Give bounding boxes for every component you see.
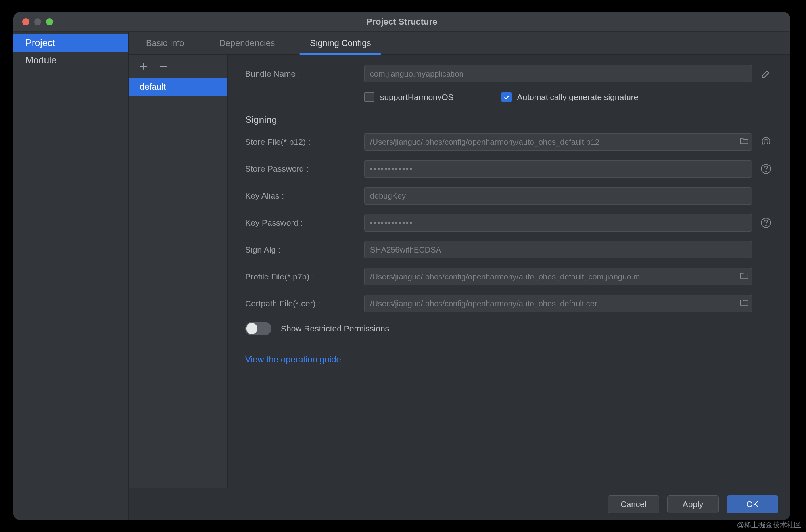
certpath-file-input[interactable]: /Users/jianguo/.ohos/config/openharmony/… bbox=[364, 295, 752, 312]
left-sidebar: Project Module bbox=[13, 32, 129, 520]
watermark: @稀土掘金技术社区 bbox=[737, 520, 801, 530]
content-row: default Bundle Name : com.jianguo.myappl… bbox=[129, 55, 790, 488]
main-panel: Basic Info Dependencies Signing Configs … bbox=[129, 32, 790, 520]
titlebar: Project Structure bbox=[13, 12, 790, 32]
sign-alg-input[interactable]: SHA256withECDSA bbox=[364, 241, 752, 258]
store-password-label: Store Password : bbox=[245, 164, 364, 174]
window-title: Project Structure bbox=[13, 17, 790, 27]
ok-button[interactable]: OK bbox=[727, 495, 778, 513]
remove-config-button[interactable] bbox=[157, 60, 170, 73]
config-list-panel: default bbox=[129, 55, 228, 488]
signing-section-title: Signing bbox=[245, 114, 773, 125]
sidebar-item-project[interactable]: Project bbox=[13, 34, 128, 52]
svg-point-3 bbox=[766, 225, 766, 226]
project-structure-window: Project Structure Project Module Basic I… bbox=[13, 12, 790, 520]
key-password-label: Key Password : bbox=[245, 218, 364, 228]
tab-signing-configs[interactable]: Signing Configs bbox=[292, 32, 388, 54]
svg-point-1 bbox=[766, 171, 766, 172]
config-list-tools bbox=[129, 55, 227, 78]
show-restricted-permissions-label: Show Restricted Permissions bbox=[281, 324, 389, 333]
tabs: Basic Info Dependencies Signing Configs bbox=[129, 32, 790, 55]
support-harmonyos-label: supportHarmonyOS bbox=[380, 92, 454, 102]
folder-icon[interactable] bbox=[739, 298, 749, 310]
window-controls bbox=[13, 18, 53, 25]
folder-icon[interactable] bbox=[739, 271, 749, 283]
bundle-name-label: Bundle Name : bbox=[245, 69, 364, 78]
auto-generate-signature-label: Automatically generate signature bbox=[517, 92, 639, 102]
apply-button[interactable]: Apply bbox=[667, 495, 719, 513]
profile-file-input[interactable]: /Users/jianguo/.ohos/config/openharmony/… bbox=[364, 268, 752, 285]
store-file-input[interactable]: /Users/jianguo/.ohos/config/openharmony/… bbox=[364, 133, 752, 151]
store-file-label: Store File(*.p12) : bbox=[245, 137, 364, 147]
key-alias-input[interactable]: debugKey bbox=[364, 187, 752, 205]
config-item-default[interactable]: default bbox=[129, 78, 227, 96]
bundle-name-input[interactable]: com.jianguo.myapplication bbox=[364, 65, 752, 82]
operation-guide-link[interactable]: View the operation guide bbox=[245, 354, 341, 365]
cancel-button[interactable]: Cancel bbox=[608, 495, 659, 513]
sidebar-item-module[interactable]: Module bbox=[13, 52, 128, 69]
folder-icon[interactable] bbox=[739, 136, 749, 148]
store-password-input[interactable]: •••••••••••• bbox=[364, 160, 752, 178]
fingerprint-icon[interactable] bbox=[759, 135, 773, 149]
help-icon[interactable] bbox=[759, 162, 773, 176]
window-body: Project Module Basic Info Dependencies S… bbox=[13, 32, 790, 520]
add-config-button[interactable] bbox=[137, 60, 150, 73]
profile-file-label: Profile File(*.p7b) : bbox=[245, 272, 364, 281]
close-window-button[interactable] bbox=[22, 18, 29, 25]
key-password-input[interactable]: •••••••••••• bbox=[364, 214, 752, 232]
signing-form: Bundle Name : com.jianguo.myapplication bbox=[228, 55, 790, 488]
sign-alg-label: Sign Alg : bbox=[245, 245, 364, 255]
help-icon[interactable] bbox=[759, 216, 773, 230]
support-harmonyos-checkbox[interactable] bbox=[364, 92, 374, 102]
minimize-window-button[interactable] bbox=[34, 18, 41, 25]
auto-generate-signature-checkbox[interactable] bbox=[501, 92, 512, 102]
tab-basic-info[interactable]: Basic Info bbox=[129, 32, 202, 54]
tab-dependencies[interactable]: Dependencies bbox=[202, 32, 293, 54]
zoom-window-button[interactable] bbox=[46, 18, 53, 25]
certpath-file-label: Certpath File(*.cer) : bbox=[245, 299, 364, 308]
edit-bundle-name-button[interactable] bbox=[759, 67, 773, 80]
key-alias-label: Key Alias : bbox=[245, 191, 364, 201]
show-restricted-permissions-toggle[interactable] bbox=[245, 322, 271, 335]
dialog-footer: Cancel Apply OK bbox=[129, 488, 790, 520]
